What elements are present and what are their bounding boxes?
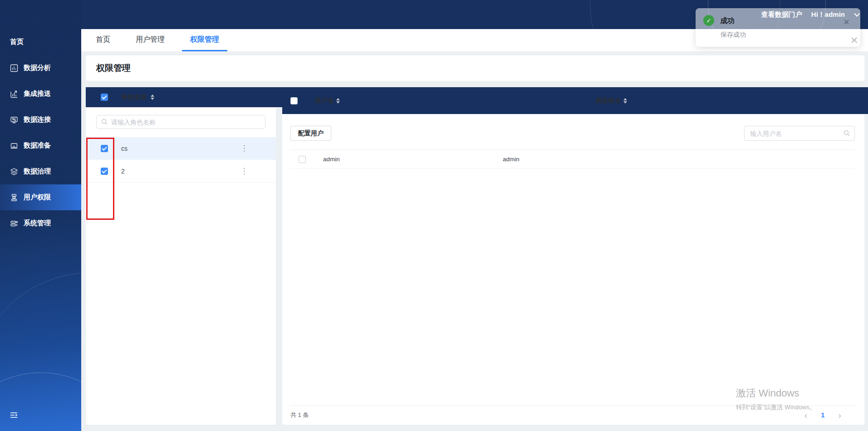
row-checkbox[interactable] (101, 145, 108, 152)
role-row[interactable]: cs ⋮ (86, 137, 276, 160)
bar-chart-icon (10, 64, 18, 72)
next-page-icon[interactable]: › (838, 411, 841, 419)
page-number[interactable]: 1 (821, 411, 825, 419)
username-search-input[interactable] (744, 126, 855, 141)
user-table: 用户名 真实姓名 所属部门 admin admin (290, 149, 855, 169)
sidebar-item-integration-push[interactable]: 集成推送 (0, 81, 81, 107)
configure-user-button[interactable]: 配置用户 (290, 126, 331, 141)
sidebar-item-label: 数据准备 (24, 141, 51, 150)
sidebar-item-label: 数据连接 (24, 115, 51, 124)
sidebar-item-system-management[interactable]: 系统管理 (0, 210, 81, 236)
sidebar-item-label: 系统管理 (24, 219, 51, 228)
sidebar-item-label: 数据治理 (24, 167, 51, 176)
tab-permission-management[interactable]: 权限管理 (182, 29, 227, 51)
decorative-arc (0, 372, 81, 431)
sidebar-item-data-preparation[interactable]: 数据准备 (0, 133, 81, 159)
pagination: ‹ 1 › (804, 411, 841, 419)
sort-icon[interactable] (151, 94, 154, 100)
search-icon (843, 130, 850, 136)
sidebar-item-data-governance[interactable]: 数据治理 (0, 159, 81, 184)
role-table: 角色名称 操作 cs ⋮ 2 ⋮ (86, 137, 276, 183)
layers-icon (10, 168, 18, 176)
total-count: 共 1 条 (290, 411, 309, 419)
user-table-header: 用户名 真实姓名 所属部门 (282, 87, 868, 114)
sort-icon[interactable] (623, 98, 627, 104)
sidebar-item-label: 数据分析 (24, 64, 51, 72)
table-footer: 共 1 条 ‹ 1 › (290, 405, 855, 425)
sort-icon[interactable] (336, 98, 340, 104)
toast-title: 成功 (720, 16, 735, 26)
page-title: 权限管理 (96, 62, 131, 74)
toast-message: 保存成功 (721, 31, 746, 39)
sidebar-item-label: 集成推送 (24, 89, 51, 98)
push-chart-icon (10, 90, 18, 98)
sidebar: 首页 数据分析 集成推送 (0, 0, 81, 431)
user-row[interactable]: admin admin (290, 150, 855, 169)
search-icon (101, 119, 108, 125)
success-toast: ✓ 成功 保存成功 ✕ ✕ (696, 8, 860, 47)
sidebar-item-data-connection[interactable]: 数据连接 (0, 107, 81, 133)
tab-user-management[interactable]: 用户管理 (128, 29, 173, 51)
page-title-card: 权限管理 (86, 55, 864, 81)
sidebar-item-label: 用户权限 (24, 193, 51, 202)
monitor-percent-icon (10, 116, 18, 124)
more-vertical-icon[interactable]: ⋮ (240, 167, 248, 175)
row-checkbox[interactable] (101, 168, 108, 175)
prev-page-icon[interactable]: ‹ (804, 411, 808, 419)
collapse-sidebar-icon[interactable] (10, 411, 20, 420)
sidebar-item-label: 首页 (10, 38, 24, 46)
org-icon (10, 193, 18, 202)
row-checkbox[interactable] (299, 156, 306, 163)
laptop-icon (10, 142, 18, 150)
sidebar-item-user-permissions[interactable]: 用户权限 (0, 184, 81, 210)
user-panel: 角色用户配置 报表权限 系统权限 数据门户 配置用户 (282, 87, 864, 425)
app-root: FastBI 查看数据门户 Hi！admin 首页 数据分析 (0, 0, 868, 431)
sidebar-item-home[interactable]: 首页 (0, 29, 81, 55)
close-icon[interactable]: ✕ (850, 35, 858, 46)
system-gear-icon (10, 219, 18, 228)
role-row[interactable]: 2 ⋮ (86, 160, 276, 183)
sidebar-item-data-analysis[interactable]: 数据分析 (0, 55, 81, 81)
tab-home[interactable]: 首页 (88, 29, 118, 51)
more-vertical-icon[interactable]: ⋮ (240, 144, 248, 153)
success-check-icon: ✓ (703, 15, 714, 26)
select-all-checkbox[interactable] (101, 94, 108, 101)
role-name-column-header: 角色名称 (121, 93, 147, 101)
username-column-header: 用户名 (315, 97, 334, 105)
realname-column-header: 真实姓名 (596, 97, 621, 105)
close-icon[interactable]: ✕ (843, 17, 850, 27)
role-panel: 角色管理 + 添加 批量删除 (86, 87, 276, 425)
role-search-input[interactable] (96, 115, 265, 129)
select-all-checkbox[interactable] (290, 97, 298, 104)
